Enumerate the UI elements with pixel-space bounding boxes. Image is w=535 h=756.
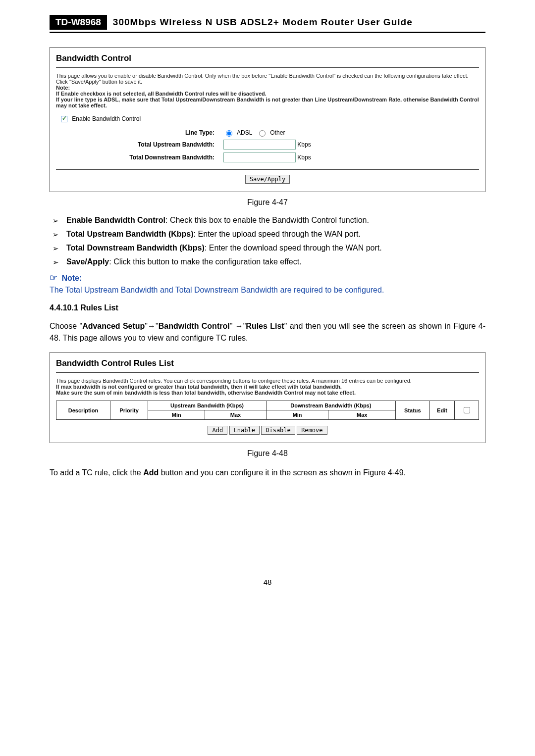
th-edit: Edit	[429, 401, 454, 420]
rules-table: Description Priority Upstream Bandwidth …	[56, 401, 479, 420]
disable-button[interactable]: Disable	[261, 426, 295, 435]
note-heading: ☞ Note:	[50, 273, 485, 283]
th-up-max: Max	[205, 410, 267, 420]
model-badge: TD-W8968	[50, 15, 107, 30]
th-description: Description	[56, 401, 110, 420]
th-select	[455, 401, 479, 420]
save-apply-button[interactable]: Save/Apply	[245, 175, 290, 184]
th-priority: Priority	[110, 401, 148, 420]
downstream-input[interactable]	[223, 152, 296, 162]
bullet-item: Total Upstream Bandwidth (Kbps): Enter t…	[66, 230, 485, 239]
rules-line-3: Make sure the sum of min bandwidth is le…	[56, 390, 356, 396]
th-upstream: Upstream Bandwidth (Kbps)	[148, 401, 266, 410]
kbps-unit-2: Kbps	[297, 154, 311, 161]
th-status: Status	[395, 401, 429, 420]
note-label: Note:	[56, 85, 70, 91]
line-type-other-text: Other	[270, 129, 285, 136]
bandwidth-control-panel: Bandwidth Control This page allows you t…	[50, 47, 485, 192]
line-type-other-radio[interactable]	[259, 130, 266, 137]
hand-pointer-icon: ☞	[50, 273, 57, 282]
enable-bandwidth-checkbox[interactable]	[61, 116, 67, 122]
line-type-label: Line Type:	[56, 129, 223, 136]
bullet-item: Total Downstream Bandwidth (Kbps): Enter…	[66, 244, 485, 252]
paragraph-rules-list: Choose "Advanced Setup"→"Bandwidth Contr…	[50, 320, 485, 344]
select-all-checkbox[interactable]	[464, 407, 470, 413]
upstream-input[interactable]	[223, 140, 296, 150]
section-heading: 4.4.10.1 Rules List	[50, 303, 485, 312]
panel-intro-text2: Click "Save/Apply" button to save it.	[56, 79, 479, 85]
note-line-2: If your line type is ADSL, make sure tha…	[56, 97, 479, 108]
enable-bandwidth-label: Enable Bandwidth Control	[72, 115, 141, 122]
upstream-label: Total Upstream Bandwidth:	[56, 141, 223, 148]
kbps-unit: Kbps	[297, 141, 311, 148]
panel-title: Bandwidth Control	[56, 53, 479, 63]
rules-line-2: If max bandwidth is not configured or gr…	[56, 384, 342, 390]
th-downstream: Downstream Bandwidth (Kbps)	[266, 401, 395, 410]
downstream-label: Total Downstream Bandwidth:	[56, 154, 223, 161]
panel-intro-text: This page allows you to enable or disabl…	[56, 73, 479, 79]
figure-4-48-caption: Figure 4-48	[50, 449, 485, 458]
bullet-item: Save/Apply: Click this button to make th…	[66, 257, 485, 266]
paragraph-add-rule: To add a TC rule, click the Add button a…	[50, 467, 485, 479]
line-type-adsl-text: ADSL	[237, 129, 252, 136]
page-number: 48	[50, 578, 485, 586]
rules-line-1: This page displays Bandwidth Control rul…	[56, 378, 479, 384]
th-up-min: Min	[148, 410, 205, 420]
note-body: The Total Upstream Bandwidth and Total D…	[50, 286, 485, 295]
th-down-max: Max	[328, 410, 395, 420]
line-type-adsl-radio[interactable]	[226, 130, 232, 137]
add-button[interactable]: Add	[208, 426, 227, 435]
rules-list-panel: Bandwidth Control Rules List This page d…	[50, 352, 485, 443]
bullet-list: Enable Bandwidth Control: Check this box…	[50, 216, 485, 266]
th-down-min: Min	[266, 410, 328, 420]
bullet-item: Enable Bandwidth Control: Check this box…	[66, 216, 485, 225]
remove-button[interactable]: Remove	[297, 426, 327, 435]
figure-4-47-caption: Figure 4-47	[50, 198, 485, 207]
enable-button[interactable]: Enable	[229, 426, 260, 435]
model-description: 300Mbps Wireless N USB ADSL2+ Modem Rout…	[113, 17, 413, 28]
doc-header: TD-W8968 300Mbps Wireless N USB ADSL2+ M…	[50, 15, 485, 33]
note-line-1: If Enable checkbox is not selected, all …	[56, 91, 267, 97]
rules-panel-title: Bandwidth Control Rules List	[56, 358, 479, 368]
